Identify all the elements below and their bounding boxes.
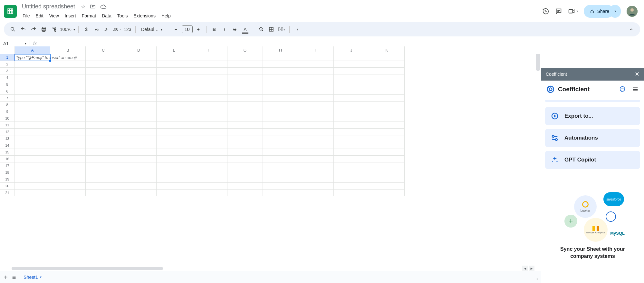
cell[interactable] — [263, 122, 298, 129]
column-header[interactable]: K — [369, 46, 405, 54]
cell[interactable] — [263, 142, 298, 149]
horizontal-scrollbar[interactable] — [12, 267, 163, 270]
cell[interactable] — [86, 149, 121, 156]
row-header[interactable]: 11 — [0, 122, 15, 129]
paint-format-icon[interactable] — [50, 25, 59, 34]
menu-extensions[interactable]: Extensions — [131, 12, 158, 20]
increase-decimal-icon[interactable]: .00→ — [113, 25, 122, 34]
cell[interactable] — [227, 74, 263, 81]
cell[interactable] — [369, 156, 405, 162]
cell[interactable] — [298, 54, 334, 61]
add-sheet-icon[interactable]: + — [4, 274, 8, 280]
row-header[interactable]: 18 — [0, 169, 15, 176]
cell[interactable] — [15, 108, 50, 115]
cell[interactable] — [227, 54, 263, 61]
cell[interactable] — [334, 129, 369, 135]
name-box[interactable]: A1▾ — [0, 41, 30, 46]
cell[interactable] — [227, 88, 263, 95]
cell[interactable]: Type "@Emoji" to insert an emoji — [15, 54, 50, 61]
cell[interactable] — [86, 88, 121, 95]
cell[interactable] — [227, 183, 263, 190]
cell[interactable] — [50, 176, 86, 183]
account-avatar[interactable] — [627, 6, 638, 17]
cloud-status-icon[interactable] — [100, 4, 107, 10]
cell[interactable] — [50, 115, 86, 122]
cell[interactable] — [50, 74, 86, 81]
cell[interactable] — [298, 162, 334, 169]
cell[interactable] — [157, 102, 192, 108]
star-icon[interactable]: ☆ — [81, 4, 85, 10]
cell[interactable] — [192, 102, 227, 108]
row-header[interactable]: 5 — [0, 81, 15, 88]
cell[interactable] — [121, 54, 157, 61]
cell[interactable] — [334, 108, 369, 115]
column-header[interactable]: J — [334, 46, 369, 54]
cell[interactable] — [334, 88, 369, 95]
cell[interactable] — [298, 149, 334, 156]
cell[interactable] — [192, 115, 227, 122]
cell[interactable] — [298, 108, 334, 115]
cell[interactable] — [15, 88, 50, 95]
column-header[interactable]: G — [227, 46, 263, 54]
cell[interactable] — [86, 129, 121, 135]
cell[interactable] — [121, 68, 157, 74]
cell[interactable] — [15, 190, 50, 196]
cell[interactable] — [192, 149, 227, 156]
cell[interactable] — [263, 81, 298, 88]
cell[interactable] — [263, 156, 298, 162]
cell[interactable] — [298, 88, 334, 95]
column-header[interactable]: B — [50, 46, 86, 54]
cell[interactable] — [227, 61, 263, 68]
cell[interactable] — [369, 102, 405, 108]
menu-tools[interactable]: Tools — [115, 12, 130, 20]
menu-edit[interactable]: Edit — [33, 12, 46, 20]
fill-color-icon[interactable] — [256, 25, 265, 34]
cell[interactable] — [50, 183, 86, 190]
strikethrough-icon[interactable]: S — [230, 25, 239, 34]
cell[interactable] — [121, 108, 157, 115]
cell[interactable] — [263, 88, 298, 95]
cell[interactable] — [157, 129, 192, 135]
cell[interactable] — [15, 176, 50, 183]
cell[interactable] — [369, 54, 405, 61]
cell[interactable] — [121, 81, 157, 88]
cell[interactable] — [227, 122, 263, 129]
cell[interactable] — [121, 162, 157, 169]
cell[interactable] — [192, 54, 227, 61]
cell[interactable] — [369, 74, 405, 81]
cell[interactable] — [369, 68, 405, 74]
cell[interactable] — [50, 88, 86, 95]
cell[interactable] — [121, 88, 157, 95]
cell[interactable] — [86, 162, 121, 169]
menu-help[interactable]: Help — [159, 12, 173, 20]
cell[interactable] — [15, 115, 50, 122]
cell[interactable] — [334, 190, 369, 196]
row-header[interactable]: 4 — [0, 74, 15, 81]
cell[interactable] — [157, 88, 192, 95]
cell[interactable] — [157, 156, 192, 162]
cell[interactable] — [263, 129, 298, 135]
cell[interactable] — [263, 162, 298, 169]
cell[interactable] — [369, 190, 405, 196]
cell[interactable] — [227, 95, 263, 102]
cell[interactable] — [121, 135, 157, 142]
cell[interactable] — [298, 61, 334, 68]
cell[interactable] — [334, 156, 369, 162]
comments-icon[interactable] — [555, 8, 562, 15]
cell[interactable] — [86, 74, 121, 81]
select-all-corner[interactable] — [0, 46, 15, 54]
cell[interactable] — [86, 102, 121, 108]
cell[interactable] — [298, 169, 334, 176]
borders-icon[interactable] — [267, 25, 276, 34]
cell[interactable] — [157, 81, 192, 88]
column-header[interactable]: E — [157, 46, 192, 54]
cell[interactable] — [86, 183, 121, 190]
cell[interactable] — [227, 156, 263, 162]
row-header[interactable]: 17 — [0, 162, 15, 169]
cell[interactable] — [192, 190, 227, 196]
cell[interactable] — [50, 61, 86, 68]
row-header[interactable]: 12 — [0, 129, 15, 135]
cell[interactable] — [86, 108, 121, 115]
font-selector[interactable]: Defaul…▾ — [139, 25, 165, 34]
cell[interactable] — [15, 102, 50, 108]
